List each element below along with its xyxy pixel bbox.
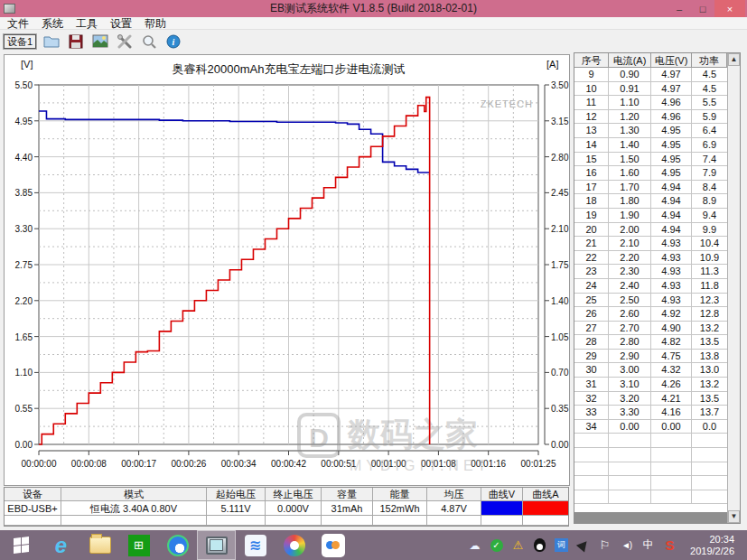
taskbar-app-qq-browser-icon[interactable] (158, 530, 197, 560)
table-cell: 4.97 (651, 68, 692, 81)
taskbar-app-pinwheel-browser-icon[interactable] (275, 530, 313, 560)
table-cell: 4.94 (651, 181, 692, 194)
table-header-row: 序号电流(A)电压(V)功率(W) (574, 53, 727, 68)
table-row[interactable]: 222.204.9310.9 (574, 251, 727, 266)
taskbar-app-ie-browser-icon[interactable]: e (42, 530, 80, 560)
table-row[interactable]: 262.604.9212.8 (574, 307, 727, 322)
menu-help[interactable]: 帮助 (145, 17, 166, 30)
tools-icon[interactable] (116, 33, 134, 50)
table-hscroll-track[interactable] (574, 512, 727, 523)
clock-time: 20:34 (687, 534, 734, 546)
table-row[interactable]: 340.000.000.0 (574, 420, 727, 434)
tray-shield-icon[interactable]: ✓ (489, 537, 504, 553)
table-row[interactable]: 252.504.9312.3 (574, 294, 727, 308)
table-row[interactable]: 202.004.949.9 (574, 223, 727, 238)
table-cell (692, 462, 727, 476)
taskbar: e⊞≋ ☁✓⚠词⚐◄)中S 20:34 2019/2/26 (0, 530, 747, 560)
table-cell: 1.90 (609, 209, 651, 222)
table-row[interactable]: 121.204.965.9 (574, 110, 727, 125)
taskbar-app-cloud-drive-icon[interactable] (313, 530, 352, 560)
save-icon[interactable] (67, 33, 85, 50)
table-row[interactable]: 131.304.956.4 (574, 124, 727, 138)
restore-button[interactable]: □ (691, 0, 714, 17)
tray-flag-icon[interactable]: ⚐ (597, 537, 612, 553)
close-button[interactable]: × (714, 0, 745, 17)
table-row[interactable] (574, 490, 727, 505)
table-scrollbar[interactable]: ▲ ▼ (727, 53, 740, 523)
table-cell: 28 (574, 335, 609, 349)
table-cell: 4.93 (651, 294, 692, 307)
table-cell: 10.9 (692, 251, 727, 265)
status-header-end-voltage: 终止电压 (266, 488, 322, 501)
taskbar-clock[interactable]: 20:34 2019/2/26 (684, 534, 742, 557)
table-row[interactable] (574, 476, 727, 490)
table-row[interactable]: 212.104.9310.4 (574, 237, 727, 251)
scroll-up-icon[interactable]: ▲ (728, 53, 740, 66)
table-row[interactable]: 111.104.965.5 (574, 96, 727, 110)
table-row[interactable] (574, 448, 727, 462)
table-row[interactable] (574, 434, 727, 448)
menu-file[interactable]: 文件 (7, 17, 29, 30)
table-row[interactable]: 282.804.8213.5 (574, 335, 727, 350)
table-row[interactable]: 272.704.9013.2 (574, 322, 727, 336)
table-row[interactable]: 232.304.9311.3 (574, 265, 727, 279)
table-cell: 2.40 (609, 279, 651, 293)
tray-sogou-icon[interactable]: S (662, 537, 677, 553)
table-row[interactable]: 181.804.948.9 (574, 194, 727, 209)
table-row[interactable] (574, 462, 727, 477)
table-row[interactable]: 151.504.957.4 (574, 153, 727, 167)
device-1-button[interactable]: 设备1 (4, 34, 36, 49)
menu-tools[interactable]: 工具 (76, 17, 98, 30)
table-cell: 7.4 (692, 153, 727, 166)
table-cell: 10 (574, 82, 609, 96)
curve-v-swatch[interactable] (481, 501, 523, 516)
start-button[interactable] (0, 530, 42, 560)
left-tick-label: 4.40 (15, 153, 33, 163)
table-cell: 2.60 (609, 307, 651, 321)
table-cell: 序号 (574, 53, 609, 67)
table-cell: 4.95 (651, 138, 692, 152)
table-row[interactable]: 90.904.974.5 (574, 68, 727, 82)
menu-system[interactable]: 系统 (42, 17, 63, 30)
table-row[interactable]: 242.404.9311.8 (574, 279, 727, 294)
tray-volume-icon[interactable]: ◄) (619, 537, 634, 553)
minimize-button[interactable]: – (668, 0, 691, 17)
status-header-avg-voltage: 均压 (427, 488, 481, 501)
tray-dish-icon[interactable] (575, 537, 591, 553)
table-cell: 4.75 (651, 350, 692, 363)
table-row[interactable]: 323.204.2113.5 (574, 392, 727, 406)
left-tick-label: 2.75 (15, 260, 33, 270)
table-row[interactable]: 313.104.2613.2 (574, 378, 727, 392)
table-row[interactable]: 303.004.3213.0 (574, 363, 727, 378)
table-cell: 9.4 (692, 209, 727, 222)
table-row[interactable]: 141.404.956.9 (574, 138, 727, 153)
taskbar-app-thunder-icon[interactable]: ≋ (236, 530, 275, 560)
tray-qq-icon[interactable] (532, 537, 547, 553)
export-image-icon[interactable] (91, 33, 109, 50)
taskbar-app-eb-test-app-icon[interactable] (197, 530, 236, 560)
scroll-down-icon[interactable]: ▼ (728, 510, 740, 523)
open-file-icon[interactable] (42, 33, 61, 50)
info-icon[interactable]: i (164, 33, 182, 50)
table-cell: 10.4 (692, 237, 727, 250)
zoom-icon[interactable] (140, 33, 158, 50)
table-cell: 4.94 (651, 194, 692, 208)
taskbar-app-file-explorer-icon[interactable] (80, 530, 119, 560)
table-row[interactable]: 333.304.1613.7 (574, 406, 727, 420)
right-tick-label: 2.10 (551, 224, 569, 234)
table-row[interactable]: 100.914.974.5 (574, 82, 727, 97)
tray-alert-icon[interactable]: ⚠ (510, 537, 526, 553)
table-cell: 20 (574, 223, 609, 237)
table-row[interactable]: 171.704.948.4 (574, 181, 727, 195)
table-row[interactable]: 161.604.957.9 (574, 166, 727, 181)
tray-dict-icon[interactable]: 词 (554, 537, 569, 553)
menu-settings[interactable]: 设置 (110, 17, 132, 30)
curve-a-swatch[interactable] (523, 501, 568, 516)
tray-ime-icon[interactable]: 中 (640, 537, 656, 553)
taskbar-app-windows-store-icon[interactable]: ⊞ (119, 530, 158, 560)
status-energy: 152mWh (373, 501, 427, 516)
tray-cloud-icon[interactable]: ☁ (467, 537, 482, 553)
x-tick-label: 00:00:00 (22, 459, 57, 469)
table-row[interactable]: 191.904.949.4 (574, 209, 727, 223)
table-row[interactable]: 292.904.7513.8 (574, 350, 727, 364)
